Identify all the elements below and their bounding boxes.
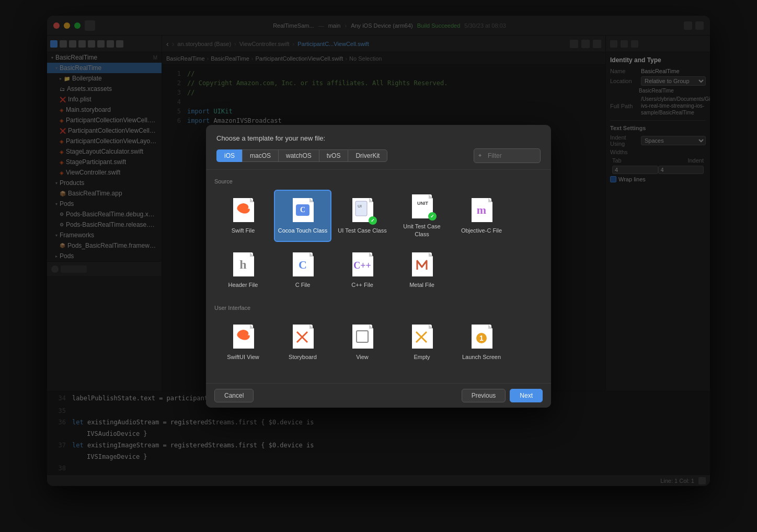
tab-tvos[interactable]: tvOS (319, 149, 348, 162)
template-label: Unit Test Case Class (396, 223, 448, 238)
modal-footer: Cancel Previous Next (206, 383, 551, 408)
modal-title: Choose a template for your new file: (216, 134, 541, 142)
svg-text:C: C (300, 206, 305, 214)
cpp-icon: C++ (349, 251, 376, 278)
svg-text:1: 1 (479, 334, 484, 342)
user-interface-section-label: User Interface (214, 305, 543, 311)
svg-text:h: h (239, 258, 246, 271)
template-storyboard[interactable]: Storyboard (274, 316, 331, 368)
template-label: Swift File (232, 227, 255, 234)
c-file-icon: C (289, 251, 316, 278)
filter-icon: ⌖ (478, 152, 481, 159)
svg-text:C++: C++ (353, 260, 371, 271)
template-header-file[interactable]: h Header File (214, 244, 272, 296)
template-label: Cocoa Touch Class (278, 227, 328, 234)
svg-text:UNIT: UNIT (417, 201, 428, 206)
tab-macos[interactable]: macOS (242, 149, 278, 162)
modal-header: Choose a template for your new file: iOS… (206, 125, 551, 170)
template-label: C++ File (351, 281, 373, 288)
tab-watchos[interactable]: watchOS (278, 149, 319, 162)
template-label: Launch Screen (462, 353, 501, 361)
modal-overlay: Choose a template for your new file: iOS… (0, 0, 757, 532)
cocoa-touch-icon: C (289, 196, 316, 224)
template-label: Storyboard (289, 353, 317, 361)
view-icon (349, 323, 376, 350)
template-ui-test-case-class[interactable]: UI ✓ UI Test Case Class (334, 190, 391, 242)
template-label: Header File (228, 281, 258, 288)
template-label: View (356, 353, 369, 361)
new-file-modal: Choose a template for your new file: iOS… (206, 125, 551, 408)
source-template-grid: Swift File C Cocoa Touch Class (214, 190, 543, 296)
tab-ios[interactable]: iOS (216, 149, 242, 162)
svg-text:UI: UI (358, 204, 362, 209)
ui-template-grid: SwiftUI View Storyboard (214, 316, 543, 368)
template-label: UI Test Case Class (338, 227, 386, 234)
template-c-file[interactable]: C C File (274, 244, 331, 296)
template-cpp-file[interactable]: C++ C++ File (334, 244, 391, 296)
template-label: C File (295, 281, 311, 288)
template-launch-screen[interactable]: 1 Launch Screen (453, 316, 510, 368)
green-badge: ✓ (369, 216, 377, 225)
launch-screen-icon: 1 (468, 323, 495, 350)
swift-file-icon (230, 196, 257, 224)
header-icon: h (230, 251, 257, 278)
ui-test-icon: UI ✓ (349, 196, 376, 224)
template-label: Empty (414, 353, 430, 361)
empty-icon (408, 323, 435, 350)
green-badge: ✓ (428, 212, 437, 221)
template-label: Objective-C File (461, 227, 502, 234)
template-label: Metal File (409, 281, 434, 288)
source-section-label: Source (214, 178, 543, 184)
template-unit-test-case-class[interactable]: UNIT ✓ Unit Test Case Class (393, 190, 451, 242)
swiftui-icon (230, 323, 257, 350)
template-label: SwiftUI View (227, 353, 259, 361)
filter-container: ⌖ (474, 148, 541, 163)
metal-icon (408, 251, 435, 278)
template-objc-file[interactable]: m Objective-C File (453, 190, 510, 242)
os-tabs: iOS macOS watchOS tvOS DriverKit (216, 149, 387, 162)
template-cocoa-touch-class[interactable]: C Cocoa Touch Class (274, 190, 331, 242)
objc-icon: m (468, 196, 495, 224)
os-tabs-container: iOS macOS watchOS tvOS DriverKit ⌖ (216, 148, 541, 163)
template-swift-file[interactable]: Swift File (214, 190, 272, 242)
previous-button[interactable]: Previous (462, 389, 506, 402)
navigation-buttons: Previous Next (462, 389, 543, 402)
template-view[interactable]: View (334, 316, 391, 368)
modal-body: Source Swift File (206, 170, 551, 383)
tab-driverkit[interactable]: DriverKit (348, 149, 387, 162)
unit-test-icon: UNIT ✓ (408, 193, 435, 219)
cancel-button[interactable]: Cancel (214, 389, 254, 402)
template-empty[interactable]: Empty (393, 316, 451, 368)
template-swiftui-view[interactable]: SwiftUI View (214, 316, 272, 368)
svg-text:C: C (299, 258, 307, 271)
storyboard-icon (289, 323, 316, 350)
template-metal-file[interactable]: Metal File (393, 244, 451, 296)
svg-text:m: m (477, 203, 486, 216)
next-button[interactable]: Next (510, 389, 543, 402)
filter-input[interactable] (484, 151, 536, 161)
